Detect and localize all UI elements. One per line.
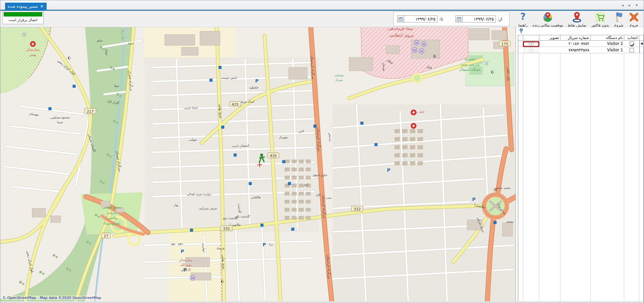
route-badge: 332 — [221, 225, 232, 231]
hospital-icon — [411, 110, 416, 115]
route-badge: 175 — [499, 41, 511, 46]
svg-text:P: P — [181, 249, 184, 254]
to-date-calendar-button[interactable] — [397, 15, 404, 22]
svg-text:435: 435 — [270, 154, 277, 158]
map-label: عرفی شیرازی — [199, 207, 217, 210]
start-button[interactable]: شروع — [611, 11, 626, 28]
tab-close-icon[interactable]: ✕ — [40, 4, 43, 9]
map-label: خیام — [97, 39, 103, 42]
tree-icon — [113, 120, 116, 122]
trail-point[interactable] — [234, 154, 236, 156]
map-label: ملاصدرا — [107, 216, 118, 220]
trail-point[interactable] — [73, 85, 75, 88]
from-date-calendar-button[interactable] — [455, 15, 463, 22]
trail-point[interactable] — [361, 122, 363, 124]
tree-icon — [110, 66, 112, 69]
mosque-icon: ☪ — [491, 70, 495, 74]
row-indicator — [639, 47, 643, 53]
map-label: طالقانی — [251, 196, 261, 199]
tab-bar: ✕ مسیر پیموده شده ◂ ▸ ▾ — [0, 0, 644, 10]
tree-icon — [66, 267, 69, 270]
to-date-input[interactable] — [404, 15, 437, 22]
cell-serial: ۷۸۹۵۹۳۳۵۷۸ — [560, 47, 591, 53]
map-canvas[interactable]: ستاد فرماندهینیروی انتظامیبیمارستانبهمنب… — [0, 27, 516, 301]
trail-point[interactable] — [249, 182, 252, 185]
shop-icon: 🛒 — [22, 31, 28, 37]
help-button[interactable]: ? راهنما — [516, 11, 530, 28]
trail-point[interactable] — [190, 229, 193, 232]
compass-button[interactable] — [524, 47, 539, 53]
device-row[interactable]: ۲۰۱۸۷۰۷۷۸۲ Visitor 2 — [518, 41, 643, 47]
pushpin-icon[interactable] — [519, 28, 524, 35]
flag-icon — [614, 12, 624, 22]
map-label: بهمن — [30, 53, 37, 57]
trail-point[interactable] — [210, 79, 212, 82]
svg-text:425: 425 — [232, 102, 239, 107]
parking-icon: P — [263, 242, 266, 247]
map-label: صدر — [326, 196, 332, 199]
svg-text:H: H — [191, 276, 194, 280]
show-points-button[interactable]: نمایش نقاط — [566, 11, 589, 28]
svg-text:P: P — [183, 267, 187, 272]
parking-icon: P — [387, 167, 390, 173]
connection-status-box: اتصال برقرار است — [2, 11, 44, 24]
map-label: بیمارستان — [179, 258, 193, 262]
mosque-icon: ☪ — [433, 54, 437, 59]
app-window: ✕ مسیر پیموده شده ◂ ▸ ▾ اتصال برقرار است… — [0, 0, 644, 303]
trail-point[interactable] — [219, 66, 221, 69]
map-label: نیروی انتظامی — [389, 33, 414, 38]
trail-point[interactable] — [375, 143, 377, 146]
svg-text:☪: ☪ — [68, 56, 71, 60]
svg-text:332: 332 — [354, 207, 361, 211]
trail-point[interactable] — [288, 182, 291, 185]
small-roundabout — [413, 74, 422, 83]
connection-status-bar — [4, 12, 42, 16]
select-checkbox[interactable] — [624, 41, 639, 47]
calendar-icon — [457, 17, 461, 21]
calendar-icon — [398, 17, 403, 21]
from-date-input[interactable] — [463, 15, 496, 22]
window-bottom-edge — [0, 301, 644, 303]
toolbar: اتصال برقرار است تا: از: ? — [0, 11, 644, 27]
svg-text:🛒: 🛒 — [484, 60, 490, 66]
cell-name: Visitor 1 — [591, 47, 624, 53]
map-label: کاج — [316, 193, 321, 197]
map-label: لادن — [299, 130, 304, 133]
no-invoice-button[interactable]: بدون فاکتور — [589, 11, 611, 28]
helipad-icon: H — [419, 49, 424, 53]
trail-point[interactable] — [49, 107, 51, 110]
cell-image — [539, 47, 561, 53]
exit-button[interactable]: خروج — [626, 11, 642, 28]
grid-header[interactable]: تصویر شماره سریال نام دستگاه انتخاب — [518, 35, 643, 41]
trail-point[interactable] — [291, 228, 294, 231]
cart-icon — [595, 12, 605, 22]
svg-text:H: H — [420, 50, 423, 53]
trail-point[interactable] — [261, 224, 263, 226]
map-label: مجتمع اقامتی — [103, 205, 121, 209]
tab-scroll-buttons[interactable]: ◂ ▸ ▾ — [622, 3, 640, 7]
hospital-icon — [411, 123, 416, 129]
compass-button[interactable] — [524, 41, 539, 46]
trail-point[interactable] — [221, 126, 224, 129]
tree-icon — [53, 254, 55, 257]
connection-status-label: اتصال برقرار است — [3, 18, 43, 22]
shop-icon: 🛒 — [484, 60, 490, 66]
parking-icon: P — [255, 78, 259, 84]
tab-traveled-path[interactable]: ✕ مسیر پیموده شده — [5, 3, 47, 10]
tree-icon — [100, 46, 102, 49]
map-label: بوستان — [335, 73, 344, 77]
svg-text:P: P — [263, 242, 266, 247]
to-date-label: تا: — [439, 17, 443, 21]
map-label: مجتمع مسکونی — [50, 116, 70, 119]
trail-point[interactable] — [494, 221, 496, 224]
map-label: فرشاد — [216, 247, 224, 250]
map-label: شیراز — [335, 78, 343, 82]
svg-text:?: ? — [520, 12, 526, 22]
map-attribution: © OpenStreetMap - Map data ©2020 OpenStr… — [2, 296, 102, 300]
device-row[interactable]: ۷۸۹۵۹۳۳۵۷۸ Visitor 1 — [518, 47, 643, 53]
trail-point[interactable] — [282, 160, 285, 163]
select-checkbox[interactable] — [624, 47, 639, 53]
tab-title: مسیر پیموده شده — [8, 4, 38, 9]
live-location-button[interactable]: موقعیت مکانی زنده — [530, 11, 566, 28]
trail-point[interactable] — [314, 125, 316, 128]
